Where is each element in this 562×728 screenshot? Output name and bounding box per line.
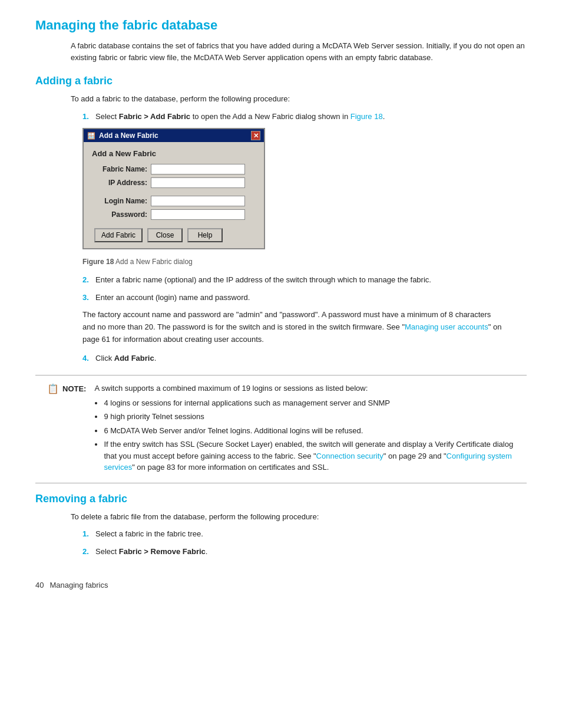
- remove-step-1-text: Select a fabric in the fabric tree.: [95, 528, 527, 540]
- remove-step-2-container: 2. Select Fabric > Remove Fabric.: [82, 546, 527, 558]
- dialog-body: Add a New Fabric Fabric Name: IP Address…: [84, 142, 264, 248]
- dialog-title-text: Add a New Fabric: [99, 131, 158, 140]
- password-input[interactable]: [151, 209, 245, 220]
- step-4-text: Click Add Fabric.: [95, 353, 527, 364]
- note-bullets: 4 logins or sessions for internal applic…: [104, 397, 515, 473]
- figure-18-link[interactable]: Figure 18: [351, 112, 383, 121]
- login-name-label: Login Name:: [94, 197, 147, 205]
- ip-address-label: IP Address:: [94, 179, 147, 187]
- note-label: 📋 NOTE:: [47, 383, 86, 394]
- step-1-container: 1. Select Fabric > Add Fabric to open th…: [82, 111, 527, 123]
- step-1-text: Select Fabric > Add Fabric to open the A…: [95, 111, 527, 123]
- remove-step-1: 1. Select a fabric in the fabric tree.: [82, 528, 527, 540]
- dialog-buttons: Add Fabric Close Help: [92, 228, 256, 242]
- footer-page-number: 40: [35, 581, 44, 589]
- adding-section: Adding a fabric To add a fabric to the d…: [35, 75, 527, 364]
- step-2-num: 2.: [82, 274, 95, 286]
- removing-section-title: Removing a fabric: [35, 493, 527, 505]
- intro-text: A fabric database contains the set of fa…: [71, 40, 527, 63]
- login-name-input[interactable]: [151, 196, 245, 206]
- configuring-system-services-link[interactable]: Configuring system services: [104, 452, 511, 472]
- remove-step-2-text: Select Fabric > Remove Fabric.: [95, 546, 527, 558]
- step-2: 2. Enter a fabric name (optional) and th…: [82, 274, 527, 286]
- note-bullet-3: 6 McDATA Web Server and/or Telnet logins…: [104, 425, 515, 437]
- dialog-titlebar-left: 🪟 Add a New Fabric: [87, 131, 158, 140]
- fabric-name-label: Fabric Name:: [94, 165, 147, 173]
- dialog-wrapper: 🪟 Add a New Fabric ✕ Add a New Fabric Fa…: [82, 128, 527, 249]
- note-label-text: NOTE:: [62, 384, 86, 393]
- password-label: Password:: [94, 210, 147, 219]
- dialog-title-icon: 🪟: [87, 132, 95, 140]
- note-icon: 📋: [47, 383, 59, 394]
- dialog-section-title: Add a New Fabric: [92, 149, 256, 158]
- step-1-bold: Fabric > Add Fabric: [119, 112, 190, 121]
- step-4: 4. Click Add Fabric.: [82, 353, 527, 364]
- step-3-sub-text: The factory account name and password ar…: [82, 310, 501, 344]
- step-2-text: Enter a fabric name (optional) and the I…: [95, 274, 527, 286]
- managing-user-accounts-link[interactable]: Managing user accounts: [405, 322, 488, 331]
- adding-section-title: Adding a fabric: [35, 75, 527, 87]
- step-1: 1. Select Fabric > Add Fabric to open th…: [82, 111, 527, 123]
- remove-step-1-container: 1. Select a fabric in the fabric tree.: [82, 528, 527, 540]
- note-bullet-2: 9 high priority Telnet sessions: [104, 411, 515, 423]
- figure-caption-bold: Figure 18: [82, 258, 114, 266]
- step-2-container: 2. Enter a fabric name (optional) and th…: [82, 274, 527, 286]
- ip-address-field: IP Address:: [94, 177, 256, 188]
- step-3-sub: The factory account name and password ar…: [82, 309, 503, 345]
- connection-security-link[interactable]: Connection security: [316, 452, 384, 460]
- add-fabric-dialog: 🪟 Add a New Fabric ✕ Add a New Fabric Fa…: [82, 128, 265, 249]
- figure-caption-text: Add a New Fabric dialog: [114, 258, 192, 266]
- remove-step-2-bold: Fabric > Remove Fabric: [119, 547, 206, 556]
- step-4-bold: Add Fabric: [114, 354, 154, 363]
- note-intro: A switch supports a combined maximum of …: [94, 384, 368, 393]
- step-4-container: 4. Click Add Fabric.: [82, 353, 527, 364]
- note-bullet-1: 4 logins or sessions for internal applic…: [104, 397, 515, 409]
- removing-intro: To delete a fabric file from the databas…: [71, 511, 527, 523]
- remove-step-1-num: 1.: [82, 528, 95, 540]
- close-button[interactable]: Close: [147, 228, 183, 242]
- remove-step-2: 2. Select Fabric > Remove Fabric.: [82, 546, 527, 558]
- step-3-num: 3.: [82, 292, 95, 304]
- page-footer: 40 Managing fabrics: [35, 581, 527, 589]
- page-title: Managing the fabric database: [35, 18, 527, 33]
- dialog-form: Fabric Name: IP Address: Login Name: Pas…: [94, 164, 256, 220]
- help-button[interactable]: Help: [187, 228, 223, 242]
- add-fabric-button[interactable]: Add Fabric: [94, 228, 143, 242]
- dialog-close-button[interactable]: ✕: [251, 131, 260, 140]
- step-1-num: 1.: [82, 111, 95, 123]
- note-content: A switch supports a combined maximum of …: [94, 383, 515, 476]
- fabric-name-field: Fabric Name:: [94, 164, 256, 174]
- step-1-suffix: to open the Add a New Fabric dialog show…: [193, 112, 351, 121]
- figure-caption: Figure 18 Add a New Fabric dialog: [82, 258, 527, 266]
- remove-step-2-num: 2.: [82, 546, 95, 558]
- step-3-container: 3. Enter an account (login) name and pas…: [82, 292, 527, 304]
- step-4-num: 4.: [82, 353, 95, 364]
- dialog-titlebar: 🪟 Add a New Fabric ✕: [84, 129, 264, 142]
- note-box: 📋 NOTE: A switch supports a combined max…: [35, 375, 527, 483]
- login-name-field: Login Name:: [94, 196, 256, 206]
- fabric-name-input[interactable]: [151, 164, 245, 174]
- note-bullet-4: If the entry switch has SSL (Secure Sock…: [104, 439, 515, 473]
- footer-chapter: Managing fabrics: [49, 581, 108, 589]
- adding-intro: To add a fabric to the database, perform…: [71, 93, 527, 105]
- password-field: Password:: [94, 209, 256, 220]
- step-3: 3. Enter an account (login) name and pas…: [82, 292, 527, 304]
- removing-section: Removing a fabric To delete a fabric fil…: [35, 493, 527, 558]
- step-3-text: Enter an account (login) name and passwo…: [95, 292, 527, 304]
- ip-address-input[interactable]: [151, 177, 245, 188]
